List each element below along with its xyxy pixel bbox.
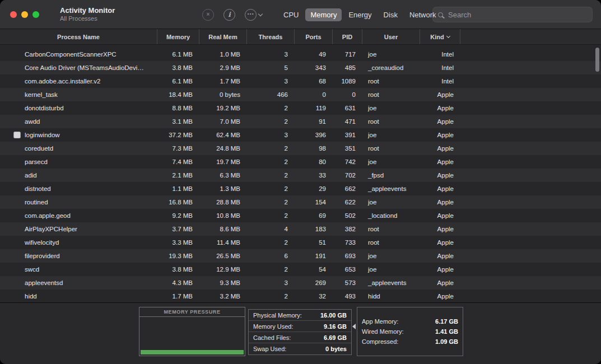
cell-user: _locationd bbox=[362, 212, 420, 219]
table-row[interactable]: CarbonComponentScannerXPC6.1 MB1.0 MB349… bbox=[0, 48, 601, 61]
stat-label: Wired Memory: bbox=[362, 328, 404, 335]
cell-threads: 3 bbox=[247, 279, 295, 286]
column-header-name[interactable]: Process Name bbox=[0, 29, 157, 44]
process-name-label: AirPlayXPCHelper bbox=[25, 226, 77, 232]
cell-threads: 2 bbox=[247, 145, 295, 152]
cell-real_mem: 3.2 MB bbox=[199, 293, 247, 300]
minimize-window-button[interactable] bbox=[21, 11, 28, 18]
table-row[interactable]: routined16.8 MB28.8 MB2154622joeApple bbox=[0, 195, 601, 209]
table-row[interactable]: awdd3.1 MB7.0 MB291471rootApple bbox=[0, 115, 601, 128]
cell-user: _appleevents bbox=[362, 185, 420, 192]
cell-process-name: CarbonComponentScannerXPC bbox=[0, 51, 157, 58]
tab-cpu[interactable]: CPU bbox=[278, 8, 304, 21]
memory-summary-panel: MEMORY PRESSURE Physical Memory:16.00 GB… bbox=[0, 302, 601, 364]
cell-threads: 3 bbox=[247, 78, 295, 85]
cell-kind: Intel bbox=[420, 51, 460, 58]
cell-user: joe bbox=[362, 158, 420, 165]
cell-process-name: wifivelocityd bbox=[0, 239, 157, 246]
cell-real_mem: 1.3 MB bbox=[199, 185, 247, 192]
cell-kind: Apple bbox=[420, 293, 460, 300]
cell-user: _coreaudiod bbox=[362, 64, 420, 71]
table-row[interactable]: donotdisturbd8.8 MB19.2 MB2119631joeAppl… bbox=[0, 101, 601, 115]
more-options-button[interactable]: ··· bbox=[245, 9, 262, 21]
cell-pid: 1089 bbox=[333, 78, 362, 85]
cell-pid: 382 bbox=[333, 226, 362, 232]
cell-process-name: parsecd bbox=[0, 158, 157, 165]
table-row[interactable]: adid2.1 MB6.3 MB233702_fpsdApple bbox=[0, 169, 601, 182]
tab-memory[interactable]: Memory bbox=[305, 8, 342, 21]
tab-energy[interactable]: Energy bbox=[343, 8, 376, 21]
stat-row: Cached Files:6.69 GB bbox=[249, 332, 351, 343]
cell-real_mem: 0 bytes bbox=[199, 91, 247, 98]
table-row[interactable]: com.apple.geod9.2 MB10.8 MB269502_locati… bbox=[0, 209, 601, 222]
stat-label: Swap Used: bbox=[253, 346, 286, 352]
table-row[interactable]: fileproviderd19.3 MB26.5 MB6191693joeApp… bbox=[0, 249, 601, 263]
table-row[interactable]: hidd1.7 MB3.2 MB232493hiddApple bbox=[0, 290, 601, 302]
table-row[interactable]: Core Audio Driver (MSTeamsAudioDevi…3.8 … bbox=[0, 61, 601, 74]
activity-monitor-window: Activity Monitor All Processes × i ··· C… bbox=[0, 0, 601, 364]
chevron-down-icon bbox=[258, 11, 263, 16]
process-name-label: Core Audio Driver (MSTeamsAudioDevi… bbox=[25, 64, 144, 71]
stat-value: 1.41 GB bbox=[435, 328, 458, 335]
table-row[interactable]: wifivelocityd3.3 MB11.4 MB251733rootAppl… bbox=[0, 236, 601, 249]
cell-ports: 32 bbox=[295, 293, 333, 300]
table-row[interactable]: distnoted1.1 MB1.3 MB229662_appleeventsA… bbox=[0, 182, 601, 195]
cell-threads: 2 bbox=[247, 239, 295, 246]
column-header-label: Kind bbox=[430, 34, 444, 40]
table-row[interactable]: swcd3.8 MB12.9 MB254653joeApple bbox=[0, 263, 601, 276]
column-header-memory[interactable]: Memory bbox=[157, 29, 199, 44]
column-header-ports[interactable]: Ports bbox=[295, 29, 333, 44]
memory-used-marker-icon bbox=[352, 324, 356, 329]
cell-memory: 9.2 MB bbox=[157, 212, 199, 219]
stat-row: Physical Memory:16.00 GB bbox=[249, 310, 351, 321]
table-header: Process NameMemoryReal MemThreadsPortsPI… bbox=[0, 29, 601, 45]
cell-kind: Apple bbox=[420, 199, 460, 206]
table-row[interactable]: coreduetd7.3 MB24.8 MB298351rootApple bbox=[0, 142, 601, 155]
column-header-pid[interactable]: PID bbox=[333, 29, 362, 44]
cell-memory: 7.4 MB bbox=[157, 158, 199, 165]
cell-kind: Apple bbox=[420, 91, 460, 98]
cell-pid: 573 bbox=[333, 279, 362, 286]
search-input[interactable] bbox=[447, 10, 587, 20]
column-header-label: Process Name bbox=[57, 34, 100, 40]
cell-threads: 2 bbox=[247, 172, 295, 179]
quit-process-icon: × bbox=[207, 12, 210, 17]
table-row[interactable]: kernel_task18.4 MB0 bytes46600rootApple bbox=[0, 88, 601, 101]
cell-pid: 693 bbox=[333, 253, 362, 259]
cell-kind: Apple bbox=[420, 212, 460, 219]
tab-disk[interactable]: Disk bbox=[379, 8, 403, 21]
cell-ports: 119 bbox=[295, 105, 333, 111]
column-header-threads[interactable]: Threads bbox=[247, 29, 295, 44]
cell-user: _appleevents bbox=[362, 279, 420, 286]
quit-process-button[interactable]: × bbox=[202, 9, 214, 21]
column-header-user[interactable]: User bbox=[362, 29, 420, 44]
column-header-real_mem[interactable]: Real Mem bbox=[199, 29, 247, 44]
cell-user: hidd bbox=[362, 293, 420, 300]
column-header-kind[interactable]: Kind bbox=[420, 29, 460, 44]
close-window-button[interactable] bbox=[10, 11, 17, 18]
table-row[interactable]: loginwindow37.2 MB62.4 MB3396391joeApple bbox=[0, 128, 601, 142]
stat-value: 0 bytes bbox=[325, 346, 347, 352]
column-header-label: Real Mem bbox=[208, 34, 237, 40]
vertical-scrollbar[interactable] bbox=[595, 48, 599, 72]
process-name-label: routined bbox=[25, 199, 48, 206]
cell-threads: 2 bbox=[247, 212, 295, 219]
cell-real_mem: 10.8 MB bbox=[199, 212, 247, 219]
cell-process-name: adid bbox=[0, 172, 157, 179]
table-row[interactable]: com.adobe.acc.installer.v26.1 MB1.7 MB36… bbox=[0, 74, 601, 88]
cell-user: _fpsd bbox=[362, 172, 420, 179]
inspect-process-button[interactable]: i bbox=[223, 9, 235, 21]
cell-real_mem: 8.6 MB bbox=[199, 226, 247, 232]
cell-process-name: routined bbox=[0, 199, 157, 206]
cell-kind: Intel bbox=[420, 78, 460, 85]
cell-real_mem: 9.3 MB bbox=[199, 279, 247, 286]
cell-pid: 702 bbox=[333, 172, 362, 179]
table-row[interactable]: AirPlayXPCHelper3.7 MB8.6 MB4183382rootA… bbox=[0, 222, 601, 236]
view-tabs: CPUMemoryEnergyDiskNetwork bbox=[278, 0, 441, 29]
cell-ports: 98 bbox=[295, 145, 333, 152]
table-row[interactable]: appleeventsd4.3 MB9.3 MB3269573_appleeve… bbox=[0, 276, 601, 290]
table-row[interactable]: parsecd7.4 MB19.7 MB280742joeApple bbox=[0, 155, 601, 169]
cell-process-name: com.adobe.acc.installer.v2 bbox=[0, 78, 157, 85]
search-field[interactable] bbox=[432, 7, 593, 22]
zoom-window-button[interactable] bbox=[32, 11, 39, 18]
